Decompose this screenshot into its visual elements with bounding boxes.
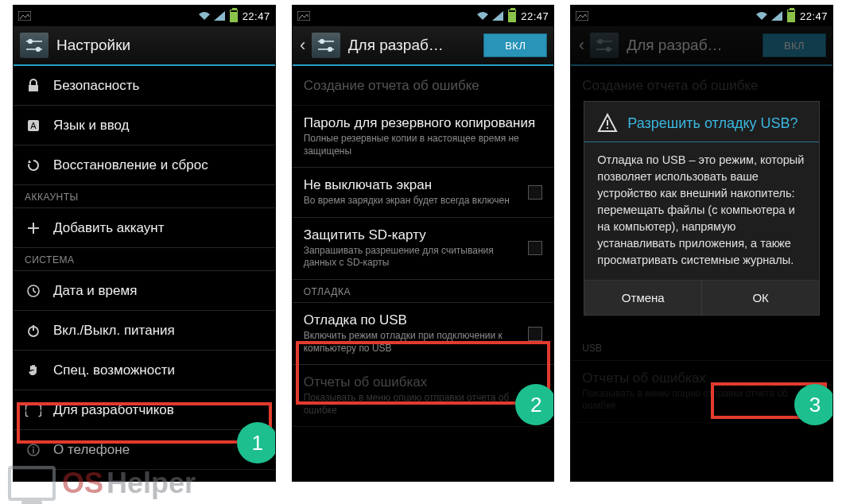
row-sub: Запрашивать разрешение для считывания да… (304, 245, 518, 269)
checkbox[interactable] (528, 185, 542, 200)
svg-text:{ }: { } (25, 403, 41, 417)
svg-rect-20 (33, 448, 34, 453)
signal-icon (214, 11, 225, 21)
row-label: Пароль для резервного копирования (304, 115, 543, 131)
svg-marker-1 (214, 11, 225, 21)
row-sub: Во время зарядки экран будет всегда вклю… (304, 195, 518, 207)
row-protect-sd[interactable]: Защитить SD-карту Запрашивать разрешение… (293, 218, 554, 280)
phone-screen-2: 22:47 ‹ Для разраб… ВКЛ Создание отчета … (292, 5, 555, 482)
row-sub: Включить режим отладки при подключении к… (304, 330, 518, 355)
row-about-phone[interactable]: О телефоне (14, 430, 275, 470)
developer-toggle[interactable]: ВКЛ (483, 33, 547, 57)
settings-icon[interactable] (20, 33, 49, 58)
row-label: Создание отчета об ошибке (304, 78, 543, 94)
wifi-icon (755, 11, 766, 21)
wifi-icon (198, 11, 209, 21)
info-icon (25, 441, 42, 459)
phone-screen-3: 22:47 ‹ Для разраб… ВКЛ Создание отчета … (570, 5, 833, 482)
row-datetime[interactable]: Дата и время (14, 271, 275, 311)
app-header: ‹ Для разраб… ВКЛ (571, 26, 832, 66)
dialog-body: Отладка по USB – это режим, который позв… (584, 142, 819, 280)
plus-icon (25, 219, 42, 237)
svg-point-26 (328, 48, 332, 52)
status-bar: 22:47 (14, 6, 275, 26)
row-label: Безопасность (53, 78, 264, 94)
status-bar: 22:47 (571, 6, 832, 26)
section-accounts: АККАУНТЫ (14, 185, 275, 208)
row-label: Вкл./Выкл. питания (53, 323, 264, 339)
restore-icon (25, 157, 42, 174)
svg-point-32 (607, 48, 611, 52)
developer-toggle: ВКЛ (763, 33, 826, 57)
watermark-oshelper: OSHelper (8, 466, 196, 501)
page-title: Для разраб… (627, 37, 755, 54)
gallery-icon (576, 11, 587, 21)
svg-marker-22 (492, 11, 503, 21)
app-header: ‹ Для разраб… ВКЛ (293, 26, 554, 66)
gallery-icon (18, 11, 29, 21)
svg-point-5 (37, 48, 41, 52)
svg-rect-6 (29, 85, 38, 91)
app-header: Настройки (14, 26, 275, 66)
row-sub: Полные резервные копии в настоящее время… (304, 133, 543, 157)
row-stay-awake[interactable]: Не выключать экран Во время зарядки экра… (293, 168, 554, 218)
braces-icon: { } (25, 401, 42, 419)
language-icon: A (25, 117, 42, 134)
row-power[interactable]: Вкл./Выкл. питания (14, 311, 275, 351)
row-language[interactable]: A Язык и ввод (14, 106, 275, 145)
row-backup-reset[interactable]: Восстановление и сброс (14, 145, 275, 185)
row-security[interactable]: Безопасность (14, 66, 275, 106)
status-time: 22:47 (243, 10, 270, 22)
step-badge-2: 2 (515, 384, 554, 425)
row-bug-reports[interactable]: Отчеты об ошибках Показывать в меню опци… (293, 365, 554, 427)
row-label: Дата и время (53, 283, 264, 299)
lock-icon (25, 77, 42, 95)
row-developer-options[interactable]: { } Для разработчиков (14, 390, 275, 430)
row-add-account[interactable]: Добавить аккаунт (14, 208, 275, 248)
row-accessibility[interactable]: Спец. возможности (14, 351, 275, 390)
svg-point-31 (599, 40, 603, 44)
signal-icon (492, 11, 503, 21)
section-system: СИСТЕМА (14, 248, 275, 271)
svg-point-4 (29, 40, 33, 44)
row-usb-debugging[interactable]: Отладка по USB Включить режим отладки пр… (293, 303, 554, 365)
settings-icon[interactable] (312, 33, 340, 58)
svg-rect-34 (607, 120, 608, 126)
dialog-title: Разрешить отладку USB? (627, 114, 797, 133)
status-time: 22:47 (521, 10, 549, 22)
hand-icon (25, 362, 42, 379)
row-label: Отладка по USB (304, 312, 518, 328)
battery-icon (508, 10, 516, 22)
row-bug-report[interactable]: Создание отчета об ошибке (293, 66, 554, 106)
checkbox[interactable] (528, 327, 542, 341)
ok-button[interactable]: ОК (701, 281, 819, 315)
svg-marker-28 (771, 11, 782, 21)
signal-icon (771, 11, 782, 21)
monitor-icon (8, 466, 56, 501)
svg-line-14 (33, 291, 36, 293)
back-icon[interactable]: ‹ (299, 38, 307, 52)
battery-icon (787, 10, 795, 22)
row-label: Спец. возможности (53, 362, 264, 378)
row-label: Отчеты об ошибках (304, 374, 543, 390)
svg-marker-9 (28, 160, 31, 163)
phone-screen-1: 22:47 Настройки Безопасность A Язык и вв… (13, 5, 276, 482)
settings-icon (590, 33, 619, 58)
row-label: Для разработчиков (53, 402, 264, 418)
gallery-icon (297, 11, 309, 21)
page-title: Для разраб… (348, 37, 476, 54)
warning-icon (597, 113, 618, 134)
svg-point-19 (33, 446, 34, 448)
svg-rect-35 (607, 127, 608, 129)
checkbox[interactable] (528, 241, 542, 255)
step-badge-1: 1 (237, 422, 276, 463)
power-icon (25, 322, 42, 339)
cancel-button[interactable]: Отмена (584, 281, 701, 315)
settings-list: Безопасность A Язык и ввод Восстановлени… (14, 66, 275, 481)
status-bar: 22:47 (293, 6, 554, 26)
row-label: Не выключать экран (304, 177, 518, 193)
page-title: Настройки (56, 37, 269, 54)
status-time: 22:47 (800, 10, 828, 22)
row-backup-password[interactable]: Пароль для резервного копирования Полные… (293, 106, 554, 168)
row-sub: Показывать в меню опцию отправки отчета … (304, 392, 543, 417)
